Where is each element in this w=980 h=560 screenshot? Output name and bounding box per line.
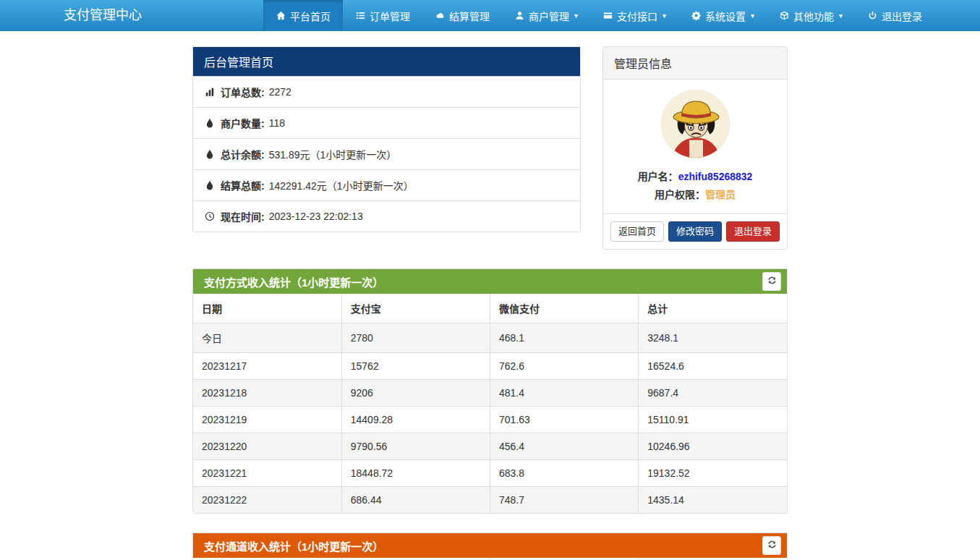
cube-icon	[779, 11, 789, 21]
avatar	[661, 90, 730, 158]
admin-actions: 返回首页 修改密码 退出登录	[603, 213, 787, 249]
nav-item-order-management[interactable]: 订单管理	[343, 0, 422, 31]
main-nav: 平台首页 订单管理 结算管理 商户管理 ▾ 支付接口 ▾ 系统设置 ▾ 其他功能	[263, 0, 934, 31]
droplet-icon	[204, 180, 215, 191]
gear-icon	[691, 11, 701, 21]
stat-row-current-time: 现在时间: 2023-12-23 22:02:13	[193, 200, 580, 232]
table-cell: 20231219	[193, 407, 341, 433]
table-cell: 20231222	[193, 487, 341, 514]
chevron-down-icon: ▾	[574, 12, 578, 20]
stat-value: 118	[269, 117, 285, 129]
stat-label: 结算总额:	[221, 178, 265, 192]
cloud-icon	[435, 11, 445, 21]
payment-method-income-panel: 支付方式收入统计（1小时更新一次） 日期 支付宝 微信支付 总计 今日 2780…	[192, 268, 788, 514]
page-content: 后台管理首页 订单总数: 2272 商户数量: 118 总计余额: 531.89…	[192, 46, 788, 560]
stat-row-total-orders: 订单总数: 2272	[193, 76, 580, 107]
nav-item-settlement-management[interactable]: 结算管理	[422, 0, 502, 31]
table-cell: 748.7	[490, 487, 639, 514]
stat-row-settlement-total: 结算总额: 142291.42元（1小时更新一次）	[193, 169, 580, 200]
table-row: 20231222 686.44 748.7 1435.14	[193, 487, 787, 514]
admin-info-panel: 管理员信息	[602, 46, 788, 250]
role-row: 用户权限：管理员	[610, 187, 780, 201]
nav-item-label: 退出登录	[882, 9, 922, 23]
refresh-button[interactable]	[762, 272, 781, 291]
chevron-down-icon: ▾	[662, 12, 666, 20]
table-row: 20231218 9206 481.4 9687.4	[193, 380, 787, 407]
table-header-cell: 总计	[639, 294, 787, 323]
table-cell: 683.8	[490, 460, 639, 487]
table-cell: 20231217	[193, 353, 341, 380]
nav-item-label: 支付接口	[617, 9, 657, 23]
payment-channel-income-panel: 支付通道收入统计（1小时更新一次） 日期 微信支付 支付宝1 总计	[192, 533, 788, 560]
refresh-icon	[767, 540, 777, 551]
table-row: 今日 2780 468.1 3248.1	[193, 323, 787, 353]
table-cell: 18448.72	[341, 460, 490, 487]
username-row: 用户名：ezhifu85268832	[610, 169, 780, 183]
nav-item-label: 结算管理	[449, 9, 490, 23]
table-cell: 16524.6	[639, 353, 787, 380]
top-navbar: 支付管理中心 平台首页 订单管理 结算管理 商户管理 ▾ 支付接口 ▾ 系统设置…	[0, 0, 980, 31]
nav-item-system-settings[interactable]: 系统设置 ▾	[678, 0, 767, 31]
table-cell: 今日	[193, 323, 341, 353]
stat-value: 142291.42元（1小时更新一次）	[269, 178, 414, 192]
stat-value: 2023-12-23 22:02:13	[269, 211, 363, 222]
role-label: 用户权限：	[655, 189, 705, 200]
refresh-icon	[767, 276, 777, 287]
stat-label: 订单总数:	[221, 85, 265, 99]
table-row: 20231217 15762 762.6 16524.6	[193, 353, 787, 380]
payment-channel-income-title: 支付通道收入统计（1小时更新一次）	[204, 538, 383, 553]
table-cell: 15110.91	[639, 407, 787, 433]
clock-icon	[204, 211, 215, 222]
table-row: 20231219 14409.28 701.63 15110.91	[193, 407, 787, 433]
admin-panel-title: 管理员信息	[603, 47, 787, 80]
nav-item-logout[interactable]: 退出登录	[855, 0, 934, 31]
table-cell: 9687.4	[639, 380, 787, 407]
nav-item-label: 其他功能	[793, 9, 834, 23]
table-header-cell: 日期	[193, 294, 341, 323]
payment-method-income-title: 支付方式收入统计（1小时更新一次）	[204, 274, 383, 289]
table-cell: 686.44	[341, 487, 490, 514]
table-cell: 20231221	[193, 460, 341, 487]
table-cell: 20231218	[193, 380, 341, 407]
refresh-button[interactable]	[762, 536, 781, 555]
table-cell: 701.63	[490, 407, 639, 433]
stat-label: 商户数量:	[221, 116, 265, 130]
nav-item-label: 平台首页	[290, 9, 331, 23]
stat-row-total-balance: 总计余额: 531.89元（1小时更新一次）	[193, 138, 580, 169]
bar-chart-icon	[204, 87, 215, 98]
table-header-cell: 支付宝	[341, 294, 490, 323]
table-cell: 9206	[341, 380, 490, 407]
chevron-down-icon: ▾	[839, 12, 843, 20]
stat-value: 531.89元（1小时更新一次）	[269, 147, 397, 161]
nav-item-other-functions[interactable]: 其他功能 ▾	[767, 0, 855, 31]
table-cell: 14409.28	[341, 407, 490, 433]
nav-item-payment-interface[interactable]: 支付接口 ▾	[590, 0, 678, 31]
nav-item-label: 商户管理	[529, 9, 569, 23]
table-header-cell: 微信支付	[490, 294, 639, 323]
table-cell: 1435.14	[639, 487, 787, 514]
table-cell: 19132.52	[639, 460, 787, 487]
nav-item-platform-home[interactable]: 平台首页	[263, 0, 343, 31]
home-icon	[276, 11, 286, 21]
dashboard-panel-title: 后台管理首页	[193, 47, 580, 76]
table-cell: 20231220	[193, 433, 341, 460]
nav-item-merchant-management[interactable]: 商户管理 ▾	[502, 0, 590, 31]
credit-card-icon	[602, 11, 613, 21]
table-cell: 3248.1	[639, 323, 787, 353]
dashboard-panel: 后台管理首页 订单总数: 2272 商户数量: 118 总计余额: 531.89…	[192, 46, 581, 232]
table-header-row: 日期 支付宝 微信支付 总计	[193, 294, 787, 323]
payment-method-income-table: 日期 支付宝 微信支付 总计 今日 2780 468.1 3248.1 2023…	[193, 294, 787, 513]
username-link[interactable]: ezhifu85268832	[678, 171, 753, 182]
table-cell: 2780	[341, 323, 490, 353]
stat-row-merchant-count: 商户数量: 118	[193, 107, 580, 138]
table-cell: 481.4	[490, 380, 639, 407]
change-password-button[interactable]: 修改密码	[668, 221, 722, 242]
table-cell: 468.1	[490, 323, 639, 353]
droplet-icon	[204, 118, 215, 129]
table-cell: 10246.96	[639, 433, 787, 460]
droplet-icon	[204, 149, 215, 160]
table-row: 20231220 9790.56 456.4 10246.96	[193, 433, 787, 460]
logout-button[interactable]: 退出登录	[726, 221, 780, 242]
back-home-button[interactable]: 返回首页	[610, 221, 664, 242]
stat-label: 总计余额:	[221, 147, 265, 161]
